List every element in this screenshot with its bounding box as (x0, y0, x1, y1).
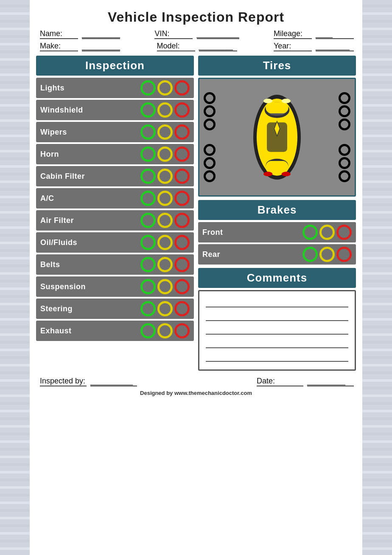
brake-item-front: Front (198, 222, 356, 242)
vin-label: VIN: (154, 29, 193, 39)
belts-circles (140, 257, 190, 272)
windshield-label: Windshield (40, 106, 83, 115)
tire-dots-right (339, 79, 350, 195)
name-value: _________ (82, 29, 120, 39)
inspection-item-lights: Lights (36, 78, 194, 98)
make-label: Make: (40, 42, 78, 51)
make-value: _________ (82, 42, 120, 51)
right-column: Tires (198, 56, 356, 371)
steering-circles (140, 301, 190, 316)
mileage-label: Mileage: (274, 29, 312, 39)
oil-fluids-circle-yellow (157, 235, 173, 250)
horn-circle-green (140, 146, 156, 162)
fl-tire-green (204, 92, 216, 104)
date-label: Date: (257, 377, 303, 386)
suspension-circle-red (174, 279, 190, 294)
comment-line-4 (206, 337, 348, 348)
inspection-item-oil-fluids: Oil/Fluids (36, 232, 194, 253)
comment-line-3 (206, 324, 348, 335)
front-right-tire (339, 92, 350, 130)
inspection-item-steering: Steering (36, 299, 194, 319)
steering-label: Steering (40, 304, 73, 313)
rr-tire-green (339, 144, 350, 156)
designer-credit: Designed by www.themechanicdoctor.com (36, 390, 356, 400)
belts-circle-red (174, 257, 190, 272)
horn-circle-red (174, 146, 190, 162)
front-brake-label: Front (202, 228, 223, 237)
steering-circle-yellow (157, 301, 173, 316)
ac-circle-green (140, 191, 156, 206)
inspection-item-horn: Horn (36, 144, 194, 164)
exhaust-label: Exhaust (40, 327, 72, 335)
cabin-filter-circle-red (174, 169, 190, 184)
inspection-item-ac: A/C (36, 188, 194, 208)
rear-right-tire (339, 144, 350, 182)
rr-tire-yellow (339, 157, 350, 169)
cabin-filter-label: Cabin Filter (40, 172, 85, 181)
ac-circles (140, 191, 190, 206)
ac-label: A/C (40, 194, 54, 203)
comments-header: Comments (198, 268, 356, 288)
brakes-header: Brakes (198, 200, 356, 220)
inspection-header: Inspection (36, 56, 194, 76)
svg-point-11 (282, 99, 291, 103)
front-brake-circles (302, 225, 352, 240)
windshield-circle-yellow (157, 102, 173, 118)
suspension-circles (140, 279, 190, 294)
inspected-by-field: Inspected by: __________ (38, 377, 137, 386)
inspected-by-value: __________ (90, 377, 137, 386)
ac-circle-yellow (157, 191, 173, 206)
vin-value: __________ (197, 29, 239, 39)
suspension-circle-yellow (157, 279, 173, 294)
front-left-tire (204, 92, 216, 130)
footer-row: Inspected by: __________ Date: _________ (36, 377, 356, 386)
exhaust-circles (140, 323, 190, 338)
wipers-label: Wipers (40, 128, 67, 137)
rear-brake-circle-yellow (319, 247, 335, 262)
wipers-circle-yellow (157, 124, 173, 140)
air-filter-circles (140, 213, 190, 228)
air-filter-circle-yellow (157, 213, 173, 228)
name-field: Name: _________ (38, 29, 120, 39)
svg-rect-9 (266, 161, 288, 173)
brakes-section: Brakes Front Rear (198, 200, 356, 265)
suspension-circle-green (140, 279, 156, 294)
inspection-item-suspension: Suspension (36, 276, 194, 297)
inspection-item-air-filter: Air Filter (36, 210, 194, 231)
model-value: ________ (199, 42, 237, 51)
vin-field: VIN: __________ (153, 29, 239, 39)
svg-point-12 (263, 172, 272, 176)
horn-label: Horn (40, 150, 59, 159)
info-row-2: Make: _________ Model: ________ Year: __… (36, 42, 356, 51)
ac-circle-red (174, 191, 190, 206)
rl-tire-green (204, 144, 216, 156)
exhaust-circle-yellow (157, 323, 173, 338)
model-field: Model: ________ (155, 42, 237, 51)
rear-brake-circle-green (302, 247, 318, 262)
fr-tire-yellow (339, 105, 350, 117)
mileage-field: Mileage: ____ (272, 29, 354, 39)
tread-left (0, 0, 30, 555)
steering-circle-green (140, 301, 156, 316)
air-filter-circle-green (140, 213, 156, 228)
cabin-filter-circles (140, 169, 190, 184)
date-field: Date: _________ (255, 377, 354, 386)
svg-point-13 (282, 172, 291, 176)
comment-line-1 (206, 296, 348, 307)
name-label: Name: (40, 29, 78, 39)
comments-section: Comments (198, 268, 356, 371)
rr-tire-red (339, 170, 350, 182)
tire-dots-left (204, 79, 216, 195)
comments-box (198, 290, 356, 371)
svg-rect-8 (266, 102, 288, 113)
fr-tire-red (339, 118, 350, 130)
tires-header: Tires (198, 56, 356, 76)
model-label: Model: (157, 42, 195, 51)
windshield-circle-red (174, 102, 190, 118)
belts-circle-yellow (157, 257, 173, 272)
inspection-item-wipers: Wipers (36, 122, 194, 142)
tread-right (362, 0, 392, 555)
front-brake-circle-green (302, 225, 318, 240)
fr-tire-green (339, 92, 350, 104)
lights-circle-green (140, 80, 156, 96)
